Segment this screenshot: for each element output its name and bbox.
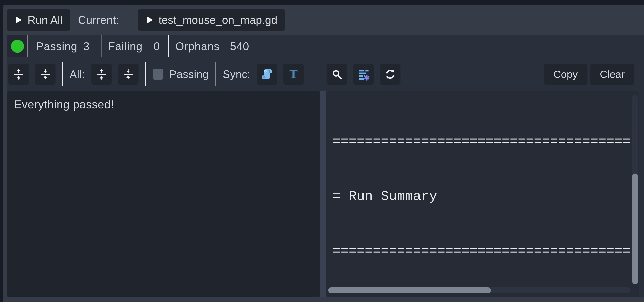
- sync-label: Sync:: [223, 68, 250, 80]
- status-bar: Passing 3 Failing 0 Orphans 540: [7, 35, 644, 57]
- rich-text-button[interactable]: [353, 64, 374, 85]
- editor-left-edge: [0, 0, 3, 302]
- collapse-icon: [122, 68, 134, 80]
- sync-script-button[interactable]: [256, 64, 277, 85]
- horizontal-scrollbar-track[interactable]: [328, 288, 630, 293]
- svg-text:T: T: [290, 68, 298, 80]
- run-all-button[interactable]: Run All: [7, 9, 70, 31]
- toolbar-separator: [216, 62, 216, 86]
- sync-text-button[interactable]: T: [283, 64, 304, 85]
- passing-filter-checkbox[interactable]: [152, 69, 163, 80]
- editor-top-edge: [0, 0, 644, 5]
- run-current-script-button[interactable]: test_mouse_on_map.gd: [138, 9, 285, 31]
- clear-label: Clear: [600, 68, 625, 80]
- toolbar-separator: [62, 62, 63, 86]
- run-bar: Run All Current: test_mouse_on_map.gd: [3, 5, 644, 35]
- play-icon: [14, 15, 23, 25]
- refresh-button[interactable]: [380, 64, 400, 85]
- gut-panel: Run All Current: test_mouse_on_map.gd Pa…: [3, 5, 644, 302]
- play-icon: [146, 15, 154, 25]
- output-line: [332, 297, 639, 297]
- refresh-icon: [384, 68, 396, 80]
- copy-button[interactable]: Copy: [544, 64, 588, 85]
- status-failing: Failing 0: [102, 35, 168, 57]
- passing-filter-label: Passing: [170, 68, 209, 80]
- status-orphans: Orphans 540: [169, 35, 249, 57]
- all-label: All:: [70, 68, 85, 80]
- results-panel[interactable]: Everything passed!: [7, 91, 320, 297]
- script-scroll-icon: [260, 68, 273, 81]
- serif-t-icon: T: [287, 68, 300, 80]
- horizontal-scrollbar-thumb[interactable]: [328, 288, 491, 293]
- results-message: Everything passed!: [14, 98, 313, 111]
- copy-label: Copy: [554, 68, 578, 80]
- search-icon: [331, 68, 343, 80]
- content-area: Everything passed! =====================…: [7, 91, 644, 297]
- status-passing-value: 3: [83, 40, 90, 53]
- collapse-icon: [39, 68, 51, 80]
- output-text: ===================================== = …: [326, 91, 639, 297]
- toolbar-separator: [145, 62, 146, 86]
- collapse-button[interactable]: [35, 64, 56, 85]
- output-line: =====================================: [332, 132, 639, 150]
- current-label: Current:: [78, 14, 119, 26]
- collapse-all-button[interactable]: [118, 64, 138, 85]
- status-indicator-dot: [11, 40, 24, 53]
- expand-all-button[interactable]: [91, 64, 112, 85]
- expand-button[interactable]: [8, 64, 29, 85]
- gut-body: Passing 3 Failing 0 Orphans 540: [7, 35, 644, 297]
- output-toolbar: All:: [7, 57, 644, 91]
- output-line: = Run Summary: [332, 187, 639, 206]
- output-panel[interactable]: ===================================== = …: [326, 91, 639, 297]
- expand-icon: [12, 68, 25, 80]
- status-orphans-value: 540: [230, 40, 250, 53]
- current-script-label: test_mouse_on_map.gd: [159, 14, 278, 26]
- vertical-scrollbar-track[interactable]: [632, 95, 638, 283]
- status-failing-value: 0: [154, 40, 160, 53]
- output-line: =====================================: [332, 242, 639, 260]
- vertical-scrollbar-thumb[interactable]: [632, 174, 638, 284]
- clear-button[interactable]: Clear: [590, 64, 634, 85]
- search-button[interactable]: [326, 64, 347, 85]
- panel-splitter[interactable]: [320, 91, 326, 297]
- status-passing-label: Passing: [36, 40, 77, 53]
- status-passing: Passing 3: [28, 35, 101, 57]
- expand-icon: [96, 68, 108, 80]
- run-all-label: Run All: [28, 14, 62, 26]
- status-failing-label: Failing: [108, 40, 142, 53]
- rich-text-icon: [357, 68, 370, 81]
- status-indicator-cell: [8, 35, 28, 57]
- status-orphans-label: Orphans: [176, 40, 220, 53]
